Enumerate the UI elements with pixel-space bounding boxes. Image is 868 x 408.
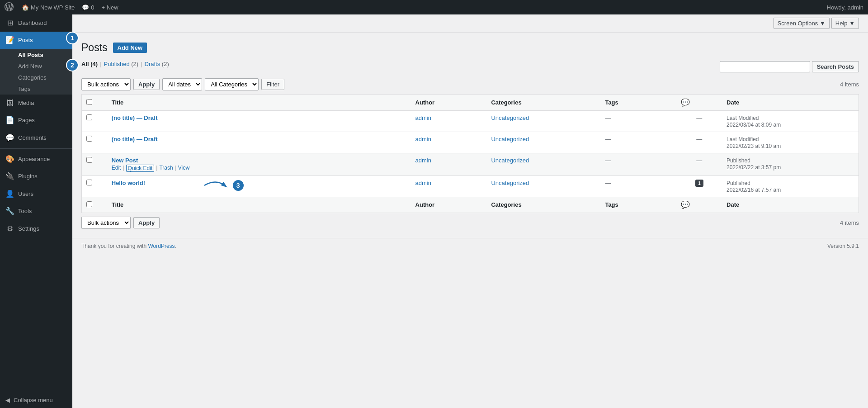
row-checkbox-1 [82,111,107,132]
th-comments: 💬 [676,95,722,111]
row-tags-3: — [600,153,676,176]
posts-table-body: (no title) — Draft admin Uncategorized — [82,111,859,197]
table-row: (no title) — Draft admin Uncategorized — [82,111,859,132]
sidebar-item-users[interactable]: 👤 Users [0,185,72,203]
tab-drafts[interactable]: Drafts (2) [145,61,169,67]
th-title: Title [107,95,411,111]
comment-bubble-icon-footer: 💬 [681,201,690,209]
th-foot-date-label: Date [726,201,739,208]
sidebar-label-tools: Tools [18,207,32,215]
adminbar-site[interactable]: 🏠 My New WP Site [18,0,78,14]
comments-menu-icon: 💬 [5,133,14,143]
sidebar-item-plugins[interactable]: 🔌 Plugins [0,168,72,185]
row-comments-4: 1 [676,176,722,197]
wp-footer-link[interactable]: WordPress [148,243,175,249]
users-icon: 👤 [5,189,14,199]
row-checkbox-4 [82,176,107,197]
apply-button-bottom[interactable]: Apply [133,217,160,228]
th-foot-categories-label: Categories [491,201,521,208]
th-foot-checkbox [82,197,107,213]
post-title-link-3[interactable]: New Post [112,157,138,164]
category-link-2[interactable]: Uncategorized [491,136,529,142]
post-title-link-2[interactable]: (no title) — Draft [112,136,158,142]
sidebar-item-all-posts[interactable]: All Posts [0,49,72,61]
filter-button[interactable]: Filter [261,79,284,90]
row-check-3[interactable] [86,157,92,163]
sidebar-item-settings[interactable]: ⚙ Settings [0,220,72,237]
tab-published[interactable]: Published (2) [104,61,139,67]
dates-select[interactable]: All dates [162,78,202,90]
sidebar-item-add-new[interactable]: Add New 2 [0,61,72,72]
add-new-button[interactable]: Add New [113,43,147,53]
search-posts-button[interactable]: Search Posts [812,61,859,72]
sidebar-item-dashboard[interactable]: ⊞ Dashboard [0,14,72,32]
row-comments-2: — [676,132,722,153]
row-date-2: Last Modified 2022/02/23 at 9:10 am [722,132,859,153]
author-link-4[interactable]: admin [415,180,431,186]
screen-options-button[interactable]: Screen Options ▼ [774,18,830,29]
th-foot-date: Date [722,197,859,213]
search-area: Search Posts [720,61,859,72]
sidebar-item-posts[interactable]: 📝 Posts 1 [0,32,72,49]
edit-link-3[interactable]: Edit [112,165,121,172]
admin-bar: 🏠 My New WP Site 💬 0 + New Howdy, admin [0,0,868,14]
row-date-4: Published 2022/02/16 at 7:57 am [722,176,859,197]
category-link-3[interactable]: Uncategorized [491,157,529,164]
add-new-label: Add New [18,63,42,70]
tools-icon: 🔧 [5,206,14,216]
quick-edit-link-3[interactable]: Quick Edit [126,165,155,172]
screen-options-bar: Screen Options ▼ Help ▼ [72,14,868,33]
site-name: My New WP Site [31,4,75,11]
sidebar-item-categories[interactable]: Categories [0,72,72,83]
tutorial-arrow-3: 3 [202,176,245,195]
category-link-1[interactable]: Uncategorized [491,114,529,121]
drafts-link[interactable]: Drafts [145,61,160,67]
adminbar-comments[interactable]: 💬 0 [78,0,98,14]
sidebar-item-appearance[interactable]: 🎨 Appearance [0,151,72,168]
select-all-checkbox-bottom[interactable] [86,201,92,207]
sep1: | [100,61,101,67]
filter-bar: All (4) | Published (2) | Drafts (2) S [81,61,859,73]
view-link-3[interactable]: View [178,165,190,172]
wp-logo[interactable] [5,2,14,13]
all-posts-label: All Posts [18,52,43,58]
adminbar-new[interactable]: + New [98,0,122,14]
row-check-4[interactable] [86,180,92,185]
sidebar-collapse[interactable]: ◀ Collapse menu [0,393,72,408]
categories-select[interactable]: All Categories [205,78,259,90]
sidebar-item-pages[interactable]: 📄 Pages [0,112,72,129]
row-check-1[interactable] [86,114,92,120]
page-title: Posts [81,42,108,54]
sidebar-item-tags[interactable]: Tags [0,83,72,95]
sidebar-label-pages: Pages [18,116,35,124]
post-title-link-1[interactable]: (no title) — Draft [112,114,158,121]
table-row: (no title) — Draft admin Uncategorized — [82,132,859,153]
row-author-1: admin [411,111,487,132]
sidebar-item-tools[interactable]: 🔧 Tools [0,203,72,220]
category-link-4[interactable]: Uncategorized [491,180,529,186]
sidebar-item-media[interactable]: 🖼 Media [0,95,72,112]
tab-all[interactable]: All (4) [81,61,98,67]
author-link-2[interactable]: admin [415,136,431,142]
search-input[interactable] [720,61,810,72]
row-categories-4: Uncategorized [486,176,600,197]
apply-button-top[interactable]: Apply [133,79,160,90]
sidebar-item-comments[interactable]: 💬 Comments [0,129,72,147]
author-link-3[interactable]: admin [415,157,431,164]
bulk-actions-select-top[interactable]: Bulk actions [81,78,131,90]
post-title-link-4[interactable]: Hello world! [112,180,145,186]
help-button[interactable]: Help ▼ [831,18,859,29]
author-link-1[interactable]: admin [415,114,431,121]
select-all-checkbox-top[interactable] [86,99,92,105]
row-check-2[interactable] [86,136,92,142]
row-checkbox-3 [82,153,107,176]
tags-dash-2: — [605,136,611,142]
trash-link-3[interactable]: Trash [159,165,173,172]
published-link[interactable]: Published [104,61,130,67]
comments-dash-2: — [696,136,702,142]
row-categories-2: Uncategorized [486,132,600,153]
bulk-actions-select-bottom[interactable]: Bulk actions [81,217,131,229]
row-date-3: Published 2022/02/22 at 3:57 pm [722,153,859,176]
table-header-row: Title Author Categories Tags 💬 [82,95,859,111]
home-icon: 🏠 [22,4,29,11]
